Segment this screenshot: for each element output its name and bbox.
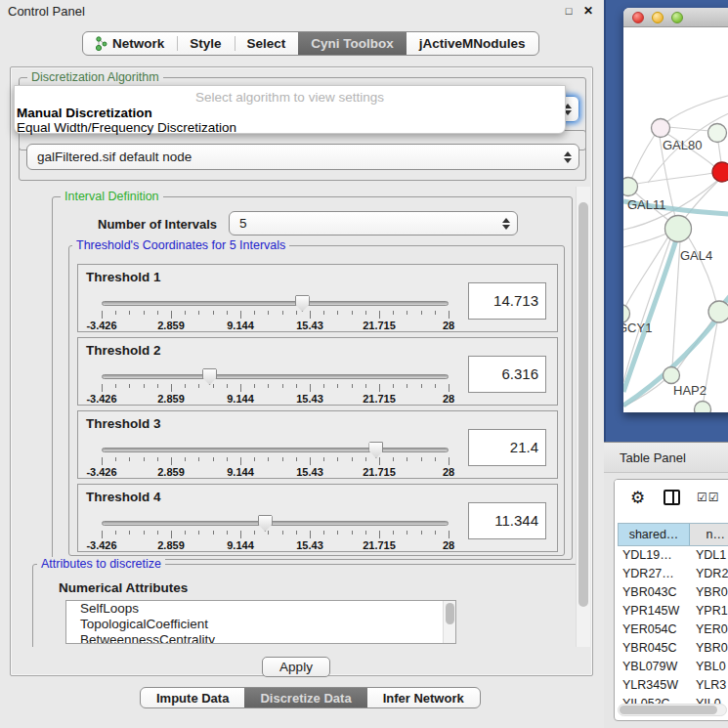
table-row[interactable]: YBR043CYBR0: [618, 583, 728, 602]
tab-cyni-toolbox[interactable]: Cyni Toolbox: [298, 32, 407, 55]
table-panel-body: ⚙ ☑☑ shared… n… YDL19…YDL1YDR27…YDR2YBR0…: [604, 473, 728, 728]
combo-stepper-icon: [563, 151, 571, 163]
column-header-name[interactable]: n…: [690, 524, 728, 545]
slider-track[interactable]: [102, 301, 449, 306]
cell-name[interactable]: YPR1: [689, 602, 728, 621]
network-canvas[interactable]: GAL80 GAL11 GAL4 GCY1 HAP2 GA C H: [623, 28, 728, 412]
cell-name[interactable]: YDL1: [689, 546, 728, 565]
table-row[interactable]: YBR045CYBR0: [618, 639, 728, 658]
numerical-attributes-label: Numerical Attributes: [59, 580, 188, 595]
table-row[interactable]: YLR345WYLR3: [618, 676, 728, 695]
cell-shared-name[interactable]: YBL079W: [618, 658, 689, 676]
slider-track[interactable]: [102, 521, 449, 526]
threshold-value-field[interactable]: 11.344: [468, 502, 546, 539]
attribute-item[interactable]: TopologicalCoefficient: [66, 617, 455, 632]
cell-shared-name[interactable]: YPR145W: [618, 602, 689, 621]
slider-ticks: [102, 457, 449, 465]
cell-shared-name[interactable]: YDR27…: [618, 565, 689, 583]
cell-shared-name[interactable]: YER054C: [618, 621, 689, 639]
node-gal4[interactable]: [665, 216, 692, 242]
threshold-slider[interactable]: -3.4262.8599.14415.4321.71528: [102, 297, 449, 326]
threshold-value-field[interactable]: 14.713: [468, 282, 546, 320]
node-partial-top[interactable]: [708, 124, 727, 143]
slider-thumb[interactable]: [202, 368, 217, 385]
table-row[interactable]: YPR145WYPR1: [618, 602, 728, 621]
table-row[interactable]: YDL19…YDL1: [618, 546, 728, 565]
slider-thumb[interactable]: [258, 515, 273, 532]
node-partial-bottom[interactable]: [695, 402, 711, 413]
minimize-window-icon[interactable]: [652, 12, 664, 23]
attribute-item[interactable]: BetweennessCentrality: [66, 632, 455, 644]
list-scrollbar[interactable]: [443, 601, 455, 643]
slider-thumb[interactable]: [295, 295, 310, 312]
tick-label: 15.43: [296, 393, 323, 405]
main-vertical-scrollbar[interactable]: [576, 187, 590, 647]
node-hap2[interactable]: [664, 367, 680, 384]
tick-label: 2.859: [157, 393, 185, 405]
gear-icon[interactable]: ⚙: [630, 488, 645, 508]
table-horizontal-scrollbar[interactable]: [618, 704, 727, 716]
scrollbar-thumb[interactable]: [620, 706, 717, 714]
tick-label: 9.144: [227, 466, 254, 478]
cell-name[interactable]: YLR3: [689, 676, 728, 695]
table-row[interactable]: YDR27…YDR2: [618, 565, 728, 583]
threshold-panel: Threshold 4 -3.4262.8599.14415.4321.7152…: [77, 484, 558, 552]
cell-name[interactable]: YBR0: [689, 639, 728, 658]
tab-infer-network[interactable]: Infer Network: [367, 688, 480, 707]
select-columns-checkboxes-icon[interactable]: ☑☑: [697, 491, 720, 504]
threshold-value-field[interactable]: 21.4: [468, 429, 546, 466]
dropdown-option-equal-width[interactable]: Equal Width/Frequency Discretization: [17, 120, 236, 135]
column-header-shared-name[interactable]: shared…: [619, 524, 690, 545]
attribute-item[interactable]: SelfLoops: [66, 601, 455, 617]
node-gal11[interactable]: [623, 178, 638, 196]
table-data-group: Table Data galFiltered.sif default node: [19, 130, 586, 181]
node-h[interactable]: [708, 301, 728, 322]
cell-shared-name[interactable]: YBR043C: [618, 583, 689, 602]
table-row[interactable]: YBL079WYBL0: [618, 658, 728, 676]
settings-scroll-area: Interval Definition Number of Intervals …: [15, 187, 590, 647]
threshold-slider[interactable]: -3.4262.8599.14415.4321.71528: [102, 517, 449, 546]
tab-discretize-data[interactable]: Discretize Data: [244, 688, 366, 707]
label-gal80: GAL80: [663, 138, 702, 152]
slider-thumb[interactable]: [368, 442, 383, 458]
table-data-combobox[interactable]: galFiltered.sif default node: [26, 144, 579, 170]
columns-icon[interactable]: [664, 490, 680, 505]
tab-impute-data[interactable]: Impute Data: [141, 688, 244, 707]
float-panel-icon[interactable]: □: [561, 3, 577, 19]
thresholds-title: Threshold's Coordinates for 5 Intervals: [72, 238, 289, 252]
num-intervals-combobox[interactable]: 5: [229, 211, 518, 236]
tab-jactivemnodules[interactable]: jActiveMNodules: [407, 32, 538, 55]
cell-name[interactable]: YBL0: [689, 658, 728, 676]
close-panel-icon[interactable]: ✕: [580, 3, 596, 19]
tab-select[interactable]: Select: [235, 32, 299, 55]
cell-shared-name[interactable]: YDL19…: [618, 546, 689, 565]
threshold-value-field[interactable]: 6.316: [468, 356, 546, 393]
zoom-window-icon[interactable]: [671, 12, 683, 23]
network-window[interactable]: GAL80 GAL11 GAL4 GCY1 HAP2 GA C H: [623, 8, 728, 412]
tick-label: 9.144: [227, 539, 254, 551]
cell-name[interactable]: YDR2: [689, 565, 728, 583]
dropdown-option-manual[interactable]: Manual Discretization: [17, 106, 152, 120]
close-window-icon[interactable]: [632, 12, 644, 23]
apply-button[interactable]: Apply: [262, 657, 330, 677]
cell-shared-name[interactable]: YLR345W: [618, 676, 689, 695]
tick-label: 28: [443, 539, 454, 551]
dropdown-placeholder: Select algorithm to view settings: [15, 90, 565, 105]
slider-track[interactable]: [102, 374, 449, 379]
threshold-slider[interactable]: -3.4262.8599.14415.4321.71528: [102, 444, 449, 473]
cell-shared-name[interactable]: YBR045C: [618, 639, 689, 658]
discretization-algorithm-title: Discretization Algorithm: [27, 70, 163, 84]
node-gal80[interactable]: [652, 119, 670, 138]
cell-name[interactable]: YBR0: [689, 583, 728, 602]
tab-style[interactable]: Style: [177, 32, 234, 55]
cell-name[interactable]: YER0: [689, 621, 728, 639]
slider-ticks: [102, 384, 449, 392]
tick-label: -3.426: [86, 466, 116, 478]
threshold-slider[interactable]: -3.4262.8599.14415.4321.71528: [102, 370, 449, 400]
table-row[interactable]: YER054CYER0: [618, 621, 728, 639]
tab-network[interactable]: Network: [83, 32, 177, 55]
node-highlighted-red[interactable]: [712, 162, 728, 182]
table-toolbar: ⚙ ☑☑: [615, 480, 728, 517]
scrollbar-thumb[interactable]: [578, 202, 588, 607]
slider-track[interactable]: [102, 448, 449, 452]
